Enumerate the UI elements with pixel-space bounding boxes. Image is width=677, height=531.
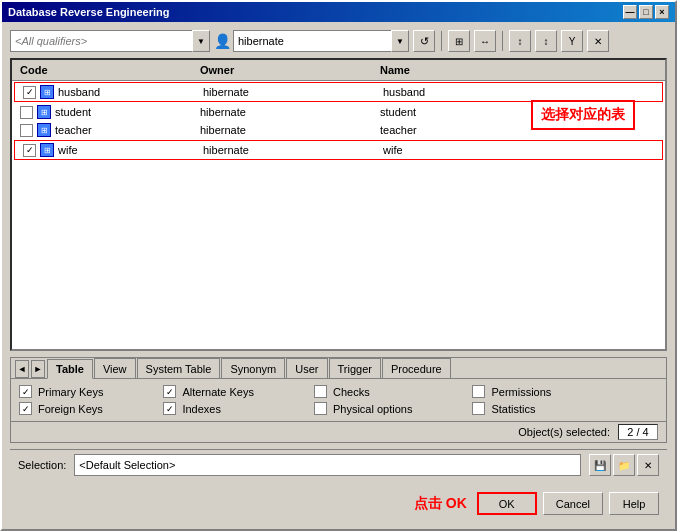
row-checkbox[interactable]: ✓ (23, 144, 36, 157)
row-name-cell: husband (379, 85, 658, 99)
row-code-cell: ⊞ teacher (16, 122, 196, 138)
table-row[interactable]: ✓ ⊞ wife hibernate wife (14, 140, 663, 160)
user-combo[interactable]: 👤 ▼ (214, 30, 409, 52)
selection-buttons: 💾 📁 ✕ (589, 454, 659, 476)
grid-button[interactable]: ⊞ (448, 30, 470, 52)
checks-label: Checks (333, 386, 370, 398)
selection-close-button[interactable]: ✕ (637, 454, 659, 476)
row-owner: hibernate (200, 124, 246, 136)
alternate-keys-checkbox[interactable]: ✓ (163, 385, 176, 398)
cancel-button[interactable]: Cancel (543, 492, 603, 515)
tab-system-table-label: System Table (146, 363, 212, 375)
permissions-option: Permissions (472, 385, 551, 398)
row-owner: hibernate (203, 86, 249, 98)
sort2-button[interactable]: ↕ (535, 30, 557, 52)
row-code: wife (58, 144, 78, 156)
separator1 (441, 31, 442, 51)
checks-option: Checks (314, 385, 413, 398)
row-code: teacher (55, 124, 92, 136)
options-col-2: ✓ Alternate Keys ✓ Indexes (163, 385, 254, 415)
tab-synonym-label: Synonym (230, 363, 276, 375)
sort-icon: ↕ (518, 36, 523, 47)
row-code: student (55, 106, 91, 118)
selection-save-button[interactable]: 💾 (589, 454, 611, 476)
tab-trigger-label: Trigger (338, 363, 372, 375)
user-icon: 👤 (214, 33, 231, 49)
tab-procedure-label: Procedure (391, 363, 442, 375)
close-selection-icon: ✕ (644, 460, 652, 471)
refresh-icon: ↺ (420, 35, 429, 48)
qualifier-combo[interactable]: ▼ (10, 30, 210, 52)
row-name: husband (383, 86, 425, 98)
tab-synonym[interactable]: Synonym (221, 358, 285, 378)
table-row-icon: ⊞ (37, 123, 51, 137)
physical-options-option: Physical options (314, 402, 413, 415)
close-toolbar-button[interactable]: ✕ (587, 30, 609, 52)
tab-trigger[interactable]: Trigger (329, 358, 381, 378)
row-checkbox[interactable] (20, 106, 33, 119)
qualifier-dropdown-arrow[interactable]: ▼ (192, 30, 210, 52)
help-button[interactable]: Help (609, 492, 659, 515)
row-checkbox[interactable] (20, 124, 33, 137)
permissions-checkbox[interactable] (472, 385, 485, 398)
row-code-cell: ✓ ⊞ husband (19, 84, 199, 100)
arrow-button[interactable]: ↔ (474, 30, 496, 52)
tab-table-label: Table (56, 363, 84, 375)
title-bar-buttons: — □ × (623, 5, 669, 19)
status-label: Object(s) selected: (518, 426, 610, 438)
row-code-cell: ⊞ student (16, 104, 196, 120)
physical-options-checkbox[interactable] (314, 402, 327, 415)
filter-button[interactable]: Y (561, 30, 583, 52)
alternate-keys-label: Alternate Keys (182, 386, 254, 398)
row-checkbox[interactable]: ✓ (23, 86, 36, 99)
qualifier-input[interactable] (10, 30, 194, 52)
row-owner-cell: hibernate (199, 85, 379, 99)
main-table-area: Code Owner Name ✓ ⊞ husband hibernate (10, 58, 667, 351)
tab-procedure[interactable]: Procedure (382, 358, 451, 378)
ok-button[interactable]: OK (477, 492, 537, 515)
tabs-area: ◄ ► Table View System Table Synonym User (10, 357, 667, 443)
refresh-button[interactable]: ↺ (413, 30, 435, 52)
primary-keys-label: Primary Keys (38, 386, 103, 398)
table-row[interactable]: ✓ ⊞ husband hibernate husband (14, 82, 663, 102)
col-header-code: Code (16, 62, 196, 78)
window-title: Database Reverse Engineering (8, 6, 169, 18)
tab-table[interactable]: Table (47, 359, 93, 379)
user-dropdown-arrow[interactable]: ▼ (391, 30, 409, 52)
row-name: teacher (380, 124, 417, 136)
primary-keys-option: ✓ Primary Keys (19, 385, 103, 398)
table-header: Code Owner Name (12, 60, 665, 81)
selection-label: Selection: (18, 459, 66, 471)
options-col-1: ✓ Primary Keys ✓ Foreign Keys (19, 385, 103, 415)
tab-user[interactable]: User (286, 358, 327, 378)
minimize-button[interactable]: — (623, 5, 637, 19)
tab-prev-button[interactable]: ◄ (15, 360, 29, 378)
tab-view-label: View (103, 363, 127, 375)
options-col-4: Permissions Statistics (472, 385, 551, 415)
row-name: wife (383, 144, 403, 156)
annotation-text: 选择对应的表 (541, 106, 625, 122)
folder-icon: 📁 (618, 460, 630, 471)
tabs-row: ◄ ► Table View System Table Synonym User (11, 358, 666, 379)
selection-input[interactable] (74, 454, 581, 476)
permissions-label: Permissions (491, 386, 551, 398)
user-input[interactable] (233, 30, 393, 52)
primary-keys-checkbox[interactable]: ✓ (19, 385, 32, 398)
content-area: ▼ 👤 ▼ ↺ ⊞ ↔ ↕ ↕ (2, 22, 675, 529)
indexes-checkbox[interactable]: ✓ (163, 402, 176, 415)
close-button[interactable]: × (655, 5, 669, 19)
tab-next-button[interactable]: ► (31, 360, 45, 378)
save-icon: 💾 (594, 460, 606, 471)
tab-system-table[interactable]: System Table (137, 358, 221, 378)
indexes-option: ✓ Indexes (163, 402, 254, 415)
checks-checkbox[interactable] (314, 385, 327, 398)
table-row-icon: ⊞ (37, 105, 51, 119)
foreign-keys-checkbox[interactable]: ✓ (19, 402, 32, 415)
selection-row: Selection: 💾 📁 ✕ (10, 449, 667, 480)
maximize-button[interactable]: □ (639, 5, 653, 19)
sort-button[interactable]: ↕ (509, 30, 531, 52)
statistics-checkbox[interactable] (472, 402, 485, 415)
row-code-cell: ✓ ⊞ wife (19, 142, 199, 158)
selection-folder-button[interactable]: 📁 (613, 454, 635, 476)
tab-view[interactable]: View (94, 358, 136, 378)
